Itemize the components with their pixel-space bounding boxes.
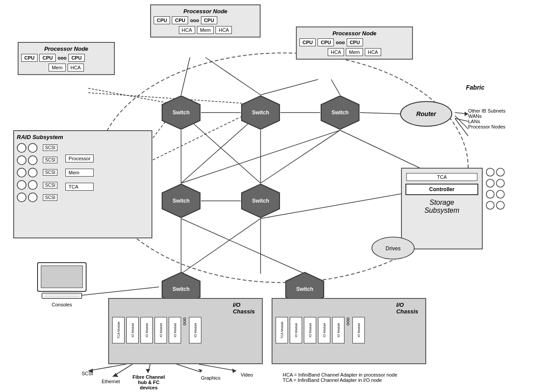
svg-point-61 (28, 181, 37, 189)
svg-point-58 (17, 168, 26, 177)
cpu-box: CPU (68, 54, 85, 62)
io-module: IO Module (155, 317, 167, 343)
scsi-box: SCSI (43, 182, 57, 188)
mem-box: Mem (65, 169, 94, 177)
cpu-box: CPU (172, 16, 188, 24)
cpu-box: CPU (154, 16, 170, 24)
fc-label: Fibre Channelhub & FCdevices (132, 374, 165, 390)
hca-box: HCA (179, 26, 195, 34)
cpu-box: CPU (21, 54, 38, 62)
io-chassis-1: I/OChassis TCA Module IO Module IO Modul… (108, 298, 263, 364)
hca-box: HCA (328, 48, 344, 56)
raid-right-col: Processor Mem TCA (64, 143, 95, 202)
other-ib-line1: Other IB Subnets (468, 108, 505, 113)
io-ellipsis-2: ooo (346, 317, 351, 344)
raid-content: SCSI SCSI SCSI SCSI SCSI Processor Mem T… (17, 143, 149, 202)
other-ib-line4: Processor Nodes (468, 124, 505, 129)
svg-point-56 (17, 156, 26, 165)
controller-box: Controller (405, 184, 478, 195)
svg-point-65 (496, 168, 504, 176)
disk-row-1 (17, 143, 38, 153)
legend-tca: TCA = InfiniBand Channel Adapter in I/O … (283, 377, 397, 383)
svg-marker-24 (465, 112, 468, 116)
io-module: IO Module (140, 317, 153, 343)
svg-line-23 (455, 113, 468, 114)
scsi-bottom-label: SCSI (82, 371, 93, 376)
svg-marker-49 (242, 184, 280, 218)
storage-title: StorageSubsystem (405, 199, 478, 215)
svg-marker-37 (113, 373, 118, 377)
svg-point-62 (17, 193, 26, 202)
svg-line-14 (181, 130, 340, 183)
video-label: Video (241, 372, 253, 377)
svg-line-1 (181, 57, 190, 95)
processor-box: Processor (65, 155, 94, 162)
io-module-row-2: TCA Module IO Module IO Module IO Module… (275, 317, 423, 344)
svg-text:Drives: Drives (386, 245, 401, 252)
cpu-box: CPU (39, 54, 56, 62)
fabric-label: Fabric (466, 84, 484, 91)
storage-disks (486, 168, 505, 210)
other-ib-labels: Other IB Subnets WANs LANs Processor Nod… (468, 108, 505, 129)
pn-tc-cpu-row: CPU CPU ooo CPU (154, 16, 257, 24)
cpu-box: CPU (201, 16, 217, 24)
io-module: IO Module (290, 317, 302, 343)
io-module: IO Module (169, 317, 181, 343)
svg-rect-75 (41, 266, 83, 288)
svg-line-2 (205, 57, 261, 95)
hca-box: HCA (365, 48, 381, 56)
scsi-box: SCSI (43, 169, 57, 176)
svg-line-18 (181, 219, 261, 274)
scsi-box: SCSI (43, 144, 57, 151)
io-module: TCA Module (112, 317, 125, 343)
cpu-box: CPU (318, 38, 334, 46)
drives-ellipse-svg: Drives (371, 236, 415, 260)
io-module: TCA Module (276, 317, 288, 343)
svg-line-22 (360, 113, 402, 114)
pn-tr-cpu-row: CPU CPU ooo CPU (299, 38, 409, 46)
pn-tl-cpu-row: CPU CPU ooo CPU (21, 54, 111, 62)
svg-marker-39 (146, 369, 150, 373)
io-module: IO Module (352, 317, 365, 343)
pn-tl-mem-row: Mem HCA (21, 64, 111, 72)
disk-column (17, 143, 38, 202)
svg-point-63 (28, 193, 37, 202)
mem-box: Mem (346, 48, 363, 56)
svg-point-55 (28, 143, 37, 152)
io-chassis-2-title: I/OChassis (396, 302, 418, 315)
pn-tc-title: Processor Node (154, 8, 257, 15)
svg-point-71 (496, 201, 504, 209)
svg-line-5 (88, 88, 172, 104)
router-ellipse: Router (400, 101, 453, 127)
svg-marker-46 (242, 96, 280, 129)
svg-line-4 (261, 79, 318, 95)
io-module-row-1: TCA Module IO Module IO Module IO Module… (112, 317, 259, 344)
drives: Drives (371, 236, 415, 262)
switch-4: Switch (161, 183, 201, 219)
legend-hca: HCA = InfiniBand Channel Adapter in proc… (283, 372, 397, 377)
disk-row-4 (17, 180, 38, 190)
other-ib-line3: LANs (468, 119, 505, 124)
svg-marker-48 (162, 184, 200, 218)
pn-tr-title: Processor Node (299, 30, 409, 37)
raid-title: RAID Subsystem (17, 134, 149, 140)
svg-line-25 (455, 118, 468, 121)
svg-line-42 (199, 364, 236, 371)
router: Router (400, 101, 453, 129)
disk-row-5 (17, 192, 38, 202)
io-ellipsis: ooo (182, 317, 188, 344)
raid-subsystem: RAID Subsystem (13, 130, 152, 238)
svg-line-28 (340, 130, 424, 170)
svg-line-40 (177, 364, 201, 372)
scsi-box: SCSI (43, 157, 57, 163)
svg-point-70 (486, 201, 494, 209)
svg-text:Router: Router (416, 110, 437, 117)
svg-point-69 (496, 190, 504, 198)
processor-node-top-center: Processor Node CPU CPU ooo CPU HCA Mem H… (150, 4, 261, 38)
ethernet-label: Ethernet (102, 379, 120, 384)
svg-rect-76 (42, 293, 82, 298)
cpu-box: CPU (347, 38, 363, 46)
io-module: IO Module (126, 317, 139, 343)
svg-marker-43 (232, 369, 236, 373)
svg-marker-45 (162, 96, 200, 129)
